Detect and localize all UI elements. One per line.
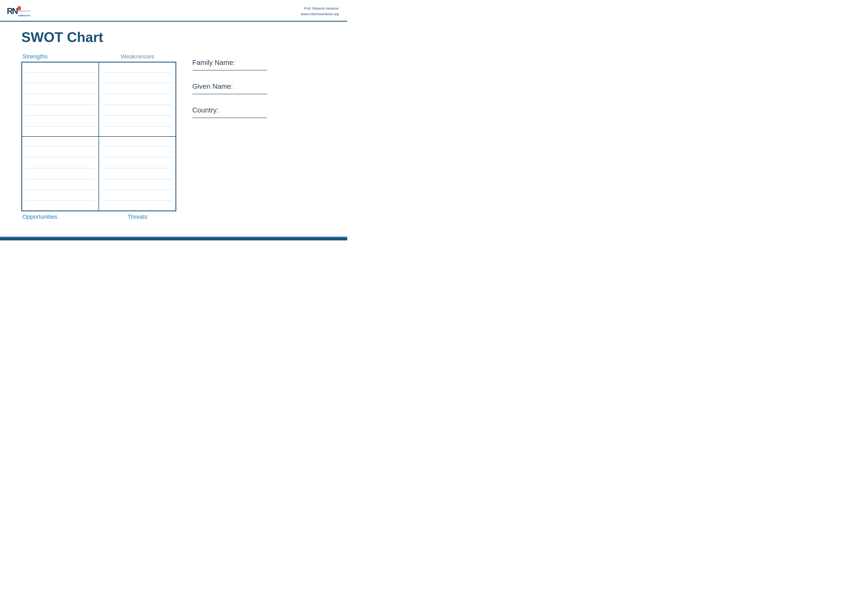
- swot-line: [26, 94, 95, 94]
- swot-line: [26, 157, 95, 157]
- given-name-field: Given Name:: [192, 82, 337, 94]
- threats-label: Threats: [99, 214, 176, 220]
- strengths-cell: [22, 62, 99, 136]
- swot-line: [103, 157, 172, 157]
- swot-line: [26, 179, 95, 179]
- opportunities-label: Opportunities: [21, 214, 99, 220]
- swot-line: [103, 115, 172, 116]
- logo-area: R N adio etworks: [6, 5, 30, 18]
- family-name-label: Family Name:: [192, 58, 337, 67]
- country-field: Country:: [192, 106, 337, 118]
- weaknesses-cell: [99, 62, 176, 136]
- page-title: SWOT Chart: [0, 21, 347, 53]
- opportunities-cell: [22, 136, 99, 211]
- swot-line: [103, 179, 172, 179]
- family-name-field: Family Name:: [192, 58, 337, 70]
- svg-marker-2: [18, 6, 21, 11]
- swot-top-labels: Strengths Weaknesses: [21, 53, 176, 60]
- professor-website: www.robertoverdone.org: [301, 12, 339, 17]
- main-content: Strengths Weaknesses: [0, 53, 347, 220]
- svg-text:etworks: etworks: [21, 14, 30, 17]
- swot-line: [26, 83, 95, 83]
- swot-line: [103, 168, 172, 168]
- strengths-label: Strengths: [21, 53, 99, 60]
- threats-cell: [99, 136, 176, 211]
- swot-line: [26, 105, 95, 105]
- swot-area: Strengths Weaknesses: [21, 53, 176, 220]
- swot-line: [26, 115, 95, 116]
- swot-line: [26, 168, 95, 168]
- weaknesses-label: Weaknesses: [99, 53, 176, 60]
- svg-text:N: N: [12, 6, 18, 16]
- country-label: Country:: [192, 106, 337, 114]
- family-name-underline: [192, 70, 267, 70]
- swot-bottom-labels: Opportunities Threats: [21, 214, 176, 220]
- given-name-label: Given Name:: [192, 82, 337, 90]
- form-area: Family Name: Given Name: Country:: [192, 53, 337, 220]
- swot-grid: [21, 62, 176, 211]
- header-info: Prof. Roberto Verdone www.robertoverdone…: [301, 5, 339, 17]
- header: R N adio etworks Prof. Roberto Verdone w…: [0, 0, 347, 21]
- bottom-bar: [0, 238, 347, 240]
- professor-name: Prof. Roberto Verdone: [301, 6, 339, 12]
- swot-line: [103, 83, 172, 83]
- swot-line: [103, 105, 172, 105]
- given-name-underline: [192, 94, 267, 94]
- swot-line: [103, 94, 172, 94]
- country-underline: [192, 117, 267, 118]
- logo-icon: R N adio etworks: [6, 5, 30, 18]
